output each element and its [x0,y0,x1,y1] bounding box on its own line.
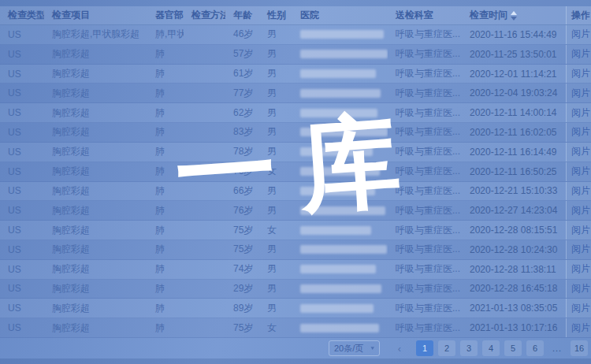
cell-organ: 肺 [147,162,184,181]
cell-exam-type: US [0,240,44,259]
cell-department: 呼吸与重症医... [388,280,462,299]
cell-exam-time: 2020-11-16 15:44:49 [462,25,566,44]
table-row[interactable]: US 胸腔彩超 肺 75岁 女 呼吸与重症医... 2020-12-28 08:… [0,221,591,240]
cell-gender: 女 [259,162,292,181]
cell-age: 89岁 [225,299,259,318]
table-row[interactable]: US 胸腔彩超 肺 62岁 男 呼吸与重症医... 2020-12-11 14:… [0,103,591,123]
view-image-link[interactable]: 阅片 [571,321,590,335]
cell-gender: 男 [259,260,292,279]
table-row[interactable]: US 胸腔彩超 肺 77岁 男 呼吸与重症医... 2020-12-04 19:… [0,84,591,103]
hospital-redacted-blur [300,324,379,332]
prev-page-button[interactable]: ‹ [392,340,407,356]
table-row[interactable]: US 胸腔彩超 肺 74岁 男 呼吸与重症医... 2020-12-28 11:… [0,260,591,280]
page-size-select[interactable]: 20条/页 ▾ [329,340,380,356]
table-row[interactable]: US 胸腔彩超 肺 75岁 女 呼吸与重症医... 2021-01-13 10:… [0,318,591,338]
cell-gender: 男 [259,299,292,318]
cell-gender: 男 [259,25,292,44]
cell-action: 阅片 [566,318,591,337]
cell-department: 呼吸与重症医... [388,65,462,84]
table-row[interactable]: US 胸腔彩超 肺 89岁 男 呼吸与重症医... 2021-01-13 08:… [0,299,591,318]
page-button-6[interactable]: 6 [526,340,544,356]
table-row[interactable]: US 胸腔彩超 肺 29岁 男 呼吸与重症医... 2020-12-28 16:… [0,280,591,299]
cell-organ: 肺 [147,318,184,337]
cell-department: 呼吸与重症医... [388,45,462,64]
view-image-link[interactable]: 阅片 [571,106,590,120]
col-header-action: 操作 [566,6,591,24]
view-image-link[interactable]: 阅片 [571,145,590,158]
table-row[interactable]: US 胸腔彩超 肺 75岁 男 呼吸与重症医... 2020-12-28 10:… [0,240,591,260]
cell-gender: 男 [259,240,292,259]
cell-gender: 男 [259,65,292,84]
view-image-link[interactable]: 阅片 [571,165,590,178]
cell-method [184,84,225,102]
view-image-link[interactable]: 阅片 [571,184,590,198]
cell-hospital [292,123,388,142]
view-image-link[interactable]: 阅片 [571,125,590,139]
sort-ascending-icon[interactable] [511,11,517,20]
table-row[interactable]: US 胸腔彩超 肺 78岁 男 呼吸与重症医... 2020-12-11 16:… [0,143,591,162]
view-image-link[interactable]: 阅片 [571,204,590,217]
cell-gender: 男 [259,280,292,299]
view-image-link[interactable]: 阅片 [571,87,590,100]
view-image-link[interactable]: 阅片 [571,243,590,256]
cell-exam-item: 胸腔彩超 [44,162,147,181]
cell-exam-item: 胸腔彩超 [44,143,147,162]
view-image-link[interactable]: 阅片 [571,67,590,80]
view-image-link[interactable]: 阅片 [571,302,590,315]
table-row[interactable]: US 胸腔彩超 肺 76岁 女 呼吸与重症医... 2020-12-11 16:… [0,162,591,182]
table-row[interactable]: US 胸腔彩超 肺 66岁 男 呼吸与重症医... 2020-12-21 15:… [0,182,591,202]
view-image-link[interactable]: 阅片 [571,262,590,276]
cell-action: 阅片 [566,260,591,279]
cell-exam-item: 胸腔彩超 [44,299,147,318]
cell-department: 呼吸与重症医... [388,84,462,102]
hospital-redacted-blur [300,304,374,313]
col-header-exam-time[interactable]: 检查时间 [462,6,566,24]
view-image-link[interactable]: 阅片 [571,47,590,61]
cell-hospital [292,221,388,240]
hospital-redacted-blur [300,50,388,58]
cell-action: 阅片 [566,280,591,299]
view-image-link[interactable]: 阅片 [571,28,590,41]
cell-age: 66岁 [225,182,259,201]
table-row[interactable]: US 胸腔彩超 肺 83岁 男 呼吸与重症医... 2020-12-11 16:… [0,123,591,143]
page-ellipsis[interactable]: ... [548,340,566,356]
hospital-redacted-blur [300,206,385,215]
cell-exam-item: 胸腔彩超 [44,221,147,240]
cell-action: 阅片 [566,240,591,259]
table-row[interactable]: US 胸腔彩超,甲状腺彩超 肺,甲状... 46岁 男 呼吸与重症医... 20… [0,25,591,45]
page-button-2[interactable]: 2 [438,340,455,356]
page-button-16[interactable]: 16 [571,340,588,356]
table-row[interactable]: US 胸腔彩超 肺 61岁 男 呼吸与重症医... 2020-12-01 11:… [0,65,591,84]
page-button-3[interactable]: 3 [460,340,478,356]
hospital-redacted-blur [300,265,376,273]
cell-hospital [292,84,388,102]
cell-exam-type: US [0,221,44,240]
table-row[interactable]: US 胸腔彩超 肺 76岁 男 呼吸与重症医... 2020-12-27 14:… [0,201,591,221]
bottom-strip [0,358,591,364]
cell-method [184,45,225,64]
col-header-exam-type: 检查类型 [0,6,44,24]
page-button-5[interactable]: 5 [504,340,522,356]
view-image-link[interactable]: 阅片 [571,282,590,295]
cell-exam-time: 2021-01-13 10:17:16 [462,318,566,337]
cell-exam-time: 2020-12-28 16:45:18 [462,280,566,299]
page-button-4[interactable]: 4 [482,340,500,356]
cell-exam-time: 2020-12-11 16:02:05 [462,123,566,142]
cell-method [184,65,225,84]
cell-hospital [292,280,388,299]
cell-department: 呼吸与重症医... [388,182,462,201]
cell-exam-time: 2020-11-25 13:50:01 [462,45,566,64]
hospital-redacted-blur [300,89,381,98]
table-row[interactable]: US 胸腔彩超 肺 57岁 男 呼吸与重症医... 2020-11-25 13:… [0,45,591,65]
exam-time-label: 检查时间 [470,9,507,22]
cell-age: 75岁 [225,318,259,337]
cell-action: 阅片 [566,143,591,162]
col-header-hospital: 医院 [292,6,388,24]
page-size-label: 20条/页 [334,343,363,355]
view-image-link[interactable]: 阅片 [571,224,590,237]
cell-exam-type: US [0,84,44,102]
cell-hospital [292,25,388,44]
cell-department: 呼吸与重症医... [388,260,462,279]
page-button-1[interactable]: 1 [416,340,433,356]
cell-method [184,318,225,337]
